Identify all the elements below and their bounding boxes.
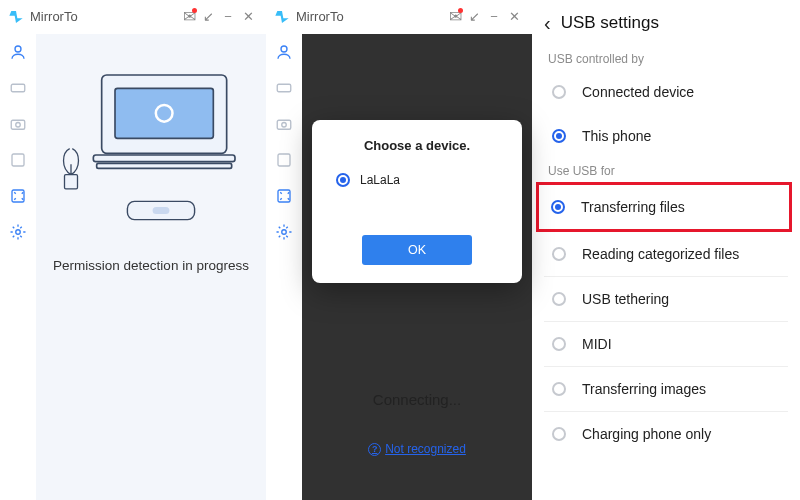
option-label: Reading categorized files [582, 246, 739, 262]
radio-off-icon [552, 382, 566, 396]
radio-off-icon [552, 85, 566, 99]
option-label: Charging phone only [582, 426, 711, 442]
nav-expand-icon[interactable] [8, 186, 28, 206]
mirrorto-window-1: MirrorTo ✉ ↙ − ✕ Permission detection in… [0, 0, 266, 500]
svg-rect-19 [277, 120, 291, 129]
radio-off-icon [552, 292, 566, 306]
option-connected-device[interactable]: Connected device [532, 70, 800, 114]
usb-settings-panel: ‹ USB settings USB controlled by Connect… [532, 0, 800, 500]
device-name: LaLaLa [360, 173, 400, 187]
radio-selected-icon [336, 173, 350, 187]
modal-title: Choose a device. [328, 138, 506, 153]
pin-icon[interactable]: ↙ [464, 9, 484, 24]
device-illustration [56, 64, 246, 224]
bottom-nav [0, 390, 36, 500]
option-transferring-images[interactable]: Transferring images [532, 367, 800, 411]
svg-point-17 [281, 46, 287, 52]
app-logo-icon [274, 9, 290, 25]
main-area: Permission detection in progress [36, 34, 266, 500]
help-icon: ? [368, 443, 381, 456]
radio-off-icon [552, 337, 566, 351]
option-label: Transferring files [581, 199, 685, 215]
highlight-box: Transferring files [536, 182, 792, 232]
option-usb-tethering[interactable]: USB tethering [532, 277, 800, 321]
svg-rect-12 [65, 175, 78, 189]
svg-rect-18 [277, 84, 291, 92]
radio-off-icon [552, 247, 566, 261]
option-label: Transferring images [582, 381, 706, 397]
nav-keyboard-icon[interactable] [8, 78, 28, 98]
nav-settings-icon[interactable] [274, 222, 294, 242]
radio-selected-icon [551, 200, 565, 214]
close-icon[interactable]: ✕ [238, 9, 258, 24]
svg-rect-21 [278, 154, 290, 166]
app-logo-icon [8, 9, 24, 25]
status-text: Permission detection in progress [53, 258, 249, 273]
close-icon[interactable]: ✕ [504, 9, 524, 24]
nav-expand-icon[interactable] [274, 186, 294, 206]
nav-user-icon[interactable] [8, 42, 28, 62]
settings-header: ‹ USB settings [532, 0, 800, 46]
svg-rect-1 [11, 84, 25, 92]
option-label: This phone [582, 128, 651, 144]
option-label: MIDI [582, 336, 612, 352]
choose-device-modal: Choose a device. LaLaLa OK [312, 120, 522, 283]
minimize-icon[interactable]: − [484, 9, 504, 24]
svg-point-3 [16, 123, 21, 128]
svg-rect-4 [12, 154, 24, 166]
svg-rect-22 [278, 190, 290, 202]
pin-icon[interactable]: ↙ [198, 9, 218, 24]
option-reading-categorized[interactable]: Reading categorized files [532, 232, 800, 276]
option-charging-only[interactable]: Charging phone only [532, 412, 800, 456]
nav-user-icon[interactable] [274, 42, 294, 62]
device-option[interactable]: LaLaLa [328, 173, 506, 187]
not-recognized-label: Not recognized [385, 442, 466, 456]
not-recognized-link[interactable]: ?Not recognized [368, 442, 466, 456]
back-icon[interactable]: ‹ [544, 12, 551, 35]
mirrorto-window-2: MirrorTo ✉ ↙ − ✕ Connecting... ?Not reco… [266, 0, 532, 500]
radio-off-icon [552, 427, 566, 441]
app-title: MirrorTo [30, 9, 180, 24]
option-this-phone[interactable]: This phone [532, 114, 800, 158]
svg-rect-2 [11, 120, 25, 129]
connecting-text: Connecting... [373, 391, 461, 408]
radio-selected-icon [552, 129, 566, 143]
nav-settings-icon[interactable] [8, 222, 28, 242]
titlebar: MirrorTo ✉ ↙ − ✕ [0, 0, 266, 34]
nav-camera-icon[interactable] [274, 114, 294, 134]
option-label: USB tethering [582, 291, 669, 307]
bottom-nav [266, 390, 302, 500]
svg-point-20 [282, 123, 287, 128]
svg-rect-14 [153, 207, 170, 214]
titlebar: MirrorTo ✉ ↙ − ✕ [266, 0, 532, 34]
section-label: Use USB for [532, 158, 800, 182]
ok-button[interactable]: OK [362, 235, 472, 265]
svg-rect-10 [93, 155, 235, 162]
svg-point-23 [282, 230, 287, 235]
section-label: USB controlled by [532, 46, 800, 70]
svg-rect-5 [12, 190, 24, 202]
option-label: Connected device [582, 84, 694, 100]
minimize-icon[interactable]: − [218, 9, 238, 24]
svg-rect-8 [115, 88, 213, 138]
nav-record-icon[interactable] [274, 150, 294, 170]
option-transferring-files[interactable]: Transferring files [539, 185, 789, 229]
nav-camera-icon[interactable] [8, 114, 28, 134]
svg-point-0 [15, 46, 21, 52]
option-midi[interactable]: MIDI [532, 322, 800, 366]
page-title: USB settings [561, 13, 659, 33]
main-area: Connecting... ?Not recognized Choose a d… [302, 34, 532, 500]
svg-point-6 [16, 230, 21, 235]
nav-record-icon[interactable] [8, 150, 28, 170]
app-title: MirrorTo [296, 9, 446, 24]
mail-icon[interactable]: ✉ [180, 7, 198, 26]
nav-keyboard-icon[interactable] [274, 78, 294, 98]
svg-rect-11 [97, 163, 232, 168]
mail-icon[interactable]: ✉ [446, 7, 464, 26]
